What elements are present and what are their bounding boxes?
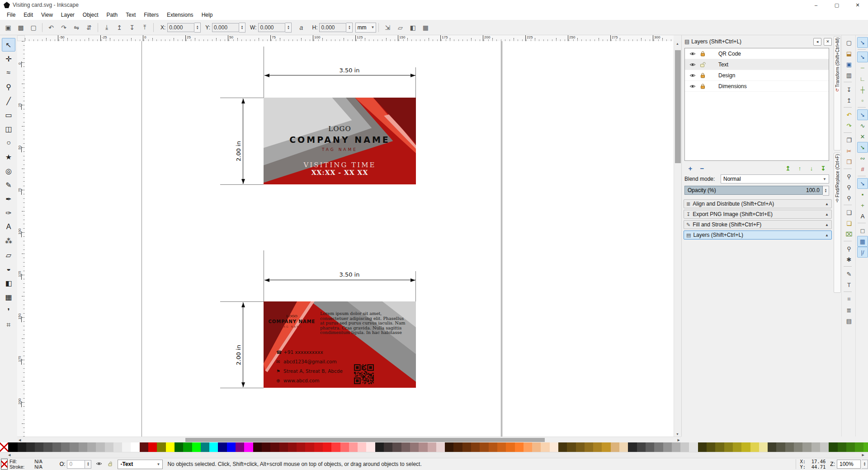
paste-button[interactable]: ❒ [844, 156, 854, 167]
flip-vertical-button[interactable]: ⇵ [83, 22, 95, 33]
snap-bbox-edges-toggle[interactable]: ┄ [857, 62, 868, 73]
spray-tool[interactable]: ⁂ [2, 234, 15, 248]
palette-swatch[interactable] [733, 442, 741, 452]
opacity-spinner[interactable]: ▲▼ [823, 186, 829, 196]
zoom-tool[interactable]: ⚲ [2, 80, 15, 94]
lower-button[interactable]: ↧ [126, 22, 138, 33]
palette-swatch[interactable] [855, 442, 863, 452]
palette-swatch[interactable] [453, 442, 462, 452]
palette-swatch[interactable] [820, 442, 829, 452]
y-field[interactable]: Y: 0.000 ▲▼ [205, 23, 245, 33]
calligraphy-tool[interactable]: ✑ [2, 206, 15, 220]
palette-swatch[interactable] [87, 442, 96, 452]
fill-stroke-none-chip[interactable] [1, 459, 8, 470]
palette-swatch[interactable] [532, 442, 541, 452]
h-field[interactable]: H: 0.000 ▲▼ [312, 23, 353, 33]
palette-swatch[interactable] [663, 442, 672, 452]
palette-swatch[interactable] [829, 442, 837, 452]
import-button[interactable]: ↧ [844, 84, 854, 95]
minimize-button[interactable]: – [806, 0, 826, 10]
palette-swatch[interactable] [201, 442, 209, 452]
palette-swatch[interactable] [26, 442, 35, 452]
palette-swatch[interactable] [358, 442, 366, 452]
layer-lock-icon[interactable] [107, 461, 113, 468]
palette-swatch[interactable] [192, 442, 201, 452]
layer-visible-icon[interactable] [688, 72, 698, 79]
palette-swatch[interactable] [654, 442, 663, 452]
snap-nodes-toggle[interactable]: ➘ [857, 109, 868, 120]
palette-swatch[interactable] [646, 442, 654, 452]
palette-swatch[interactable] [576, 442, 585, 452]
master-opacity-input[interactable]: 0 [67, 460, 85, 469]
align-dialog-button[interactable]: ≣ [844, 305, 854, 315]
menu-file[interactable]: File [3, 11, 19, 19]
palette-swatch[interactable] [131, 442, 139, 452]
palette-swatch[interactable] [35, 442, 43, 452]
move-gradients-toggle[interactable]: ◧ [407, 22, 419, 33]
palette-swatch[interactable] [314, 442, 323, 452]
palette-swatch[interactable] [611, 442, 619, 452]
palette-swatch[interactable] [148, 442, 157, 452]
menu-text[interactable]: Text [122, 11, 140, 19]
layer-to-top-button[interactable]: ↥ [782, 165, 794, 172]
x-field[interactable]: X: 0.000 ▲▼ [160, 23, 201, 33]
palette-swatch[interactable] [680, 442, 689, 452]
h-input[interactable]: 0.000 [319, 23, 346, 32]
tab-find-replace[interactable]: Find/Replace (Ctrl+F)⚲ [834, 153, 841, 293]
palette-swatch[interactable] [79, 442, 87, 452]
panel-export[interactable]: ↧Export PNG Image (Shift+Ctrl+E)▲ [684, 210, 832, 219]
palette-swatch[interactable] [340, 442, 349, 452]
panel-collapse-icon[interactable]: ▲ [825, 233, 829, 237]
raise-button[interactable]: ↥ [113, 22, 125, 33]
layer-lower-button[interactable]: ↓ [806, 165, 817, 172]
palette-swatch[interactable] [567, 442, 576, 452]
panel-fill[interactable]: ✎Fill and Stroke (Shift+Ctrl+F)▲ [684, 220, 832, 229]
snap-others-toggle[interactable]: ➘ [857, 178, 868, 189]
selector-tool[interactable]: ↖ [2, 38, 15, 52]
box3d-tool[interactable]: ◫ [2, 122, 15, 136]
open-document-button[interactable]: ⬓ [844, 48, 854, 59]
gradient-tool[interactable]: ◧ [2, 276, 15, 290]
snap-bbox-centers-toggle[interactable]: ▫ [857, 95, 868, 106]
palette-swatch[interactable] [802, 442, 811, 452]
flip-horizontal-button[interactable]: ⇋ [71, 22, 82, 33]
unlink-clone-button[interactable]: ⌧ [844, 229, 854, 240]
palette-swatch[interactable] [262, 442, 270, 452]
palette-swatch[interactable] [672, 442, 680, 452]
maximize-button[interactable]: ▢ [826, 0, 847, 10]
palette-swatch[interactable] [323, 442, 331, 452]
palette-swatch[interactable] [776, 442, 785, 452]
palette-swatch[interactable] [497, 442, 506, 452]
palette-swatch[interactable] [288, 442, 297, 452]
redo-button[interactable]: ↷ [844, 120, 854, 131]
palette-swatch[interactable] [366, 442, 375, 452]
palette-scrollbar[interactable]: ◀ ▶ [0, 452, 868, 458]
horizontal-scroll-thumb[interactable] [185, 438, 545, 442]
palette-swatch[interactable] [349, 442, 358, 452]
palette-swatch[interactable] [279, 442, 288, 452]
snap-enable-toggle[interactable]: ➘ [857, 37, 868, 48]
palette-swatch[interactable] [183, 442, 192, 452]
palette-scroll-left-icon[interactable]: ◀ [8, 453, 10, 457]
snap-text-anchors-toggle[interactable]: A [857, 211, 868, 221]
undo-button[interactable]: ↶ [844, 109, 854, 120]
palette-swatch[interactable] [698, 442, 707, 452]
palette-swatch[interactable] [602, 442, 610, 452]
palette-swatch[interactable] [506, 442, 514, 452]
layer-visibility-icon[interactable] [96, 461, 102, 468]
xml-editor-button[interactable]: ⌗ [844, 294, 854, 305]
menu-view[interactable]: View [37, 11, 57, 19]
snap-rotation-centers-toggle[interactable]: + [857, 200, 868, 211]
palette-swatch[interactable] [105, 442, 113, 452]
palette-swatch[interactable] [863, 442, 868, 452]
scale-stroke-toggle[interactable]: ⇲ [382, 22, 393, 33]
palette-swatch[interactable] [558, 442, 567, 452]
lower-to-bottom-button[interactable]: ⤓ [101, 22, 113, 33]
remove-layer-button[interactable]: − [696, 164, 708, 172]
palette-swatch[interactable] [768, 442, 776, 452]
snap-guides-toggle[interactable]: |/ [857, 247, 868, 258]
preferences-button[interactable]: ✱ [844, 254, 854, 265]
select-all-button[interactable]: ▣ [2, 22, 14, 33]
spiral-tool[interactable]: ◎ [2, 164, 15, 178]
deselect-button[interactable]: ▢ [28, 22, 39, 33]
